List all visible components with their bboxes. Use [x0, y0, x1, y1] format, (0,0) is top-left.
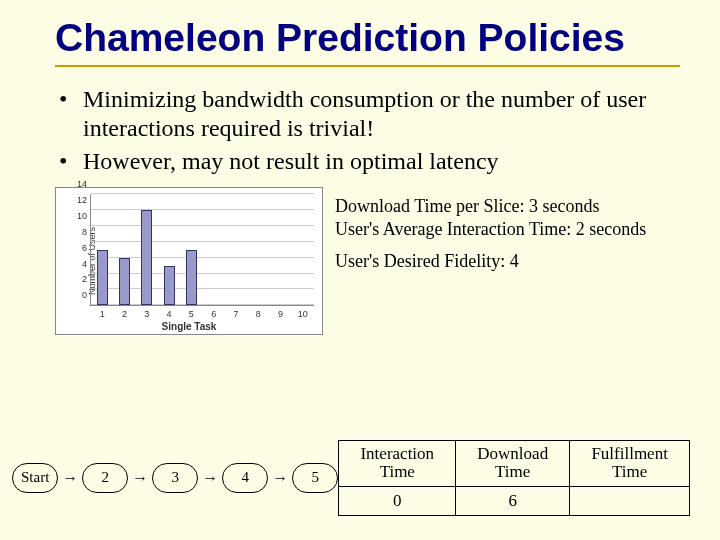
chart-ytick: 8	[73, 227, 87, 237]
chart-ytick: 0	[73, 290, 87, 300]
flow-node: 4	[222, 463, 268, 493]
chart-xtick: 10	[298, 309, 308, 319]
flow-diagram: Start→2→3→4→5	[12, 463, 338, 493]
info-text-block: Download Time per Slice: 3 seconds User'…	[335, 187, 646, 273]
chart-xtick: 5	[189, 309, 194, 319]
chart-xtick: 4	[167, 309, 172, 319]
table-header: Download Time	[456, 440, 570, 486]
chart-gridline	[91, 209, 314, 210]
bullet-list: Minimizing bandwidth consumption or the …	[55, 85, 680, 175]
table-header: Fulfillment Time	[570, 440, 690, 486]
flow-node: 3	[152, 463, 198, 493]
chart-bar	[186, 250, 197, 306]
chart-ytick: 2	[73, 274, 87, 284]
chart-xlabel: Single Task	[162, 321, 217, 332]
chart-bar	[164, 266, 175, 306]
flow-node: 5	[292, 463, 338, 493]
chart-gridline	[91, 193, 314, 194]
chart-xtick: 2	[122, 309, 127, 319]
chart-gridline	[91, 241, 314, 242]
flow-arrow-icon: →	[272, 470, 288, 486]
table-header: Interaction Time	[339, 440, 456, 486]
info-line: User's Desired Fidelity: 4	[335, 250, 646, 273]
flow-arrow-icon: →	[62, 470, 78, 486]
chart-gridline	[91, 225, 314, 226]
chart-bar	[97, 250, 108, 306]
table-cell: 6	[456, 487, 570, 516]
flow-arrow-icon: →	[202, 470, 218, 486]
chart-xtick: 6	[211, 309, 216, 319]
chart-plot-area: 0246810121412345678910	[90, 194, 314, 306]
chart-ytick: 6	[73, 243, 87, 253]
bar-chart: Number of Users 0246810121412345678910 S…	[55, 187, 323, 335]
chart-xtick: 9	[278, 309, 283, 319]
bullet-item: However, may not result in optimal laten…	[55, 147, 680, 176]
info-line: User's Average Interaction Time: 2 secon…	[335, 218, 646, 241]
chart-ytick: 10	[73, 211, 87, 221]
chart-xtick: 8	[256, 309, 261, 319]
chart-ytick: 14	[73, 179, 87, 189]
chart-bar	[141, 210, 152, 305]
title-underline	[55, 65, 680, 67]
info-line: Download Time per Slice: 3 seconds	[335, 195, 646, 218]
flow-arrow-icon: →	[132, 470, 148, 486]
flow-node: 2	[82, 463, 128, 493]
table-cell: 0	[339, 487, 456, 516]
table-cell	[570, 487, 690, 516]
chart-xtick: 3	[144, 309, 149, 319]
chart-ytick: 12	[73, 195, 87, 205]
bullet-item: Minimizing bandwidth consumption or the …	[55, 85, 680, 143]
results-table: Interaction Time Download Time Fulfillme…	[338, 440, 690, 516]
chart-bar	[119, 258, 130, 306]
flow-node: Start	[12, 463, 58, 493]
chart-xtick: 7	[233, 309, 238, 319]
slide-title: Chameleon Prediction Policies	[55, 18, 680, 59]
chart-xtick: 1	[100, 309, 105, 319]
chart-ytick: 4	[73, 259, 87, 269]
